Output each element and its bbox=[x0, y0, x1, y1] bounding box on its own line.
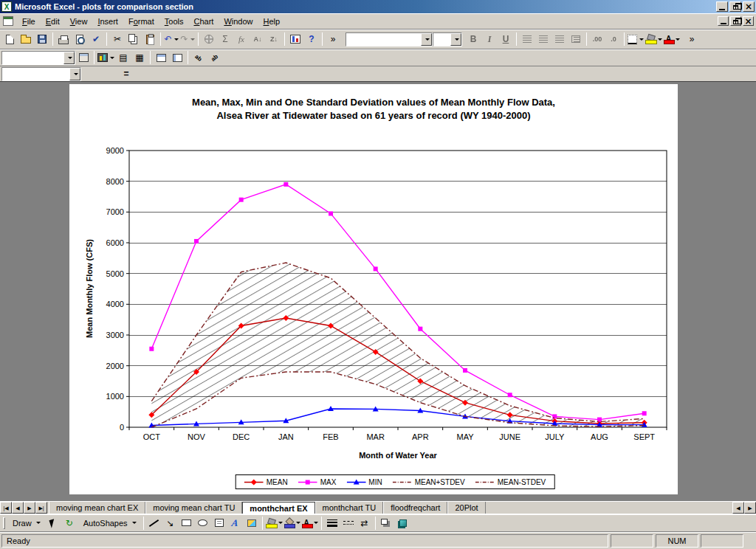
decrease-decimal-button[interactable]: .0 bbox=[605, 32, 622, 46]
chart-objects-dropdown-button[interactable] bbox=[63, 52, 75, 64]
paste-button[interactable] bbox=[142, 32, 158, 46]
align-right-button[interactable] bbox=[551, 32, 568, 46]
free-rotate-button[interactable]: ↻ bbox=[61, 516, 78, 531]
sheet-tab-moving-mean-chart-ex[interactable]: moving mean chart EX bbox=[49, 502, 145, 514]
menu-help[interactable]: Help bbox=[258, 14, 286, 29]
chart-sheet[interactable]: Mean, Max, Min and One Standard Deviatio… bbox=[69, 84, 678, 494]
insert-hyperlink-button[interactable] bbox=[201, 32, 217, 46]
menu-format[interactable]: Format bbox=[123, 14, 159, 29]
menu-chart[interactable]: Chart bbox=[188, 14, 219, 29]
tab-scroll-last-button[interactable]: ▶| bbox=[35, 502, 47, 514]
shadow-button[interactable] bbox=[378, 516, 394, 531]
font-size-combo[interactable] bbox=[433, 32, 462, 46]
menu-edit[interactable]: Edit bbox=[41, 14, 65, 29]
menu-tools[interactable]: Tools bbox=[159, 14, 189, 29]
menu-file[interactable]: File bbox=[17, 14, 41, 29]
arrow-button[interactable]: ↘ bbox=[162, 516, 179, 531]
font-size-dropdown-button[interactable] bbox=[450, 33, 461, 46]
chart-objects-combo[interactable] bbox=[1, 51, 75, 65]
draw-menu-button[interactable]: Draw bbox=[8, 516, 45, 531]
chart-type-button[interactable] bbox=[97, 50, 115, 65]
autoshapes-menu-button[interactable]: AutoShapes bbox=[79, 516, 141, 531]
increase-decimal-button[interactable]: .00 bbox=[589, 32, 605, 46]
close-window-button[interactable] bbox=[743, 16, 754, 26]
save-button[interactable] bbox=[34, 32, 50, 46]
print-preview-button[interactable] bbox=[72, 32, 88, 46]
tab-scroll-next-button[interactable]: ▶ bbox=[24, 502, 35, 514]
by-row-button[interactable] bbox=[153, 50, 169, 65]
merge-and-center-button[interactable] bbox=[568, 32, 584, 46]
font-name-combo[interactable] bbox=[346, 32, 433, 46]
sort-ascending-button[interactable]: A↓ bbox=[250, 32, 266, 46]
autosum-button[interactable]: Σ bbox=[217, 32, 233, 46]
borders-button[interactable] bbox=[627, 32, 645, 46]
legend-item-min[interactable]: MIN bbox=[341, 478, 387, 486]
redo-button[interactable]: ↷ bbox=[179, 32, 196, 46]
spelling-button[interactable]: ✔ bbox=[88, 32, 104, 46]
legend-item-mean-stdev[interactable]: MEAN+STDEV bbox=[388, 478, 470, 486]
legend-item-max[interactable]: MAX bbox=[293, 478, 342, 486]
help-button[interactable]: ? bbox=[303, 32, 320, 46]
edit-formula-button[interactable]: = bbox=[120, 68, 133, 80]
name-box-dropdown-button[interactable] bbox=[69, 68, 80, 80]
align-center-button[interactable] bbox=[535, 32, 551, 46]
oval-button[interactable] bbox=[195, 516, 211, 531]
fill-color-button[interactable] bbox=[265, 516, 284, 531]
insert-wordart-button[interactable] bbox=[227, 516, 244, 531]
undo-button[interactable]: ↶ bbox=[163, 32, 179, 46]
sort-descending-button[interactable]: Z↓ bbox=[266, 32, 282, 46]
legend-item-mean[interactable]: MEAN bbox=[239, 478, 293, 486]
restore-window-button[interactable] bbox=[730, 16, 741, 26]
arrow-style-button[interactable]: ⇄ bbox=[357, 516, 373, 531]
font-name-dropdown-button[interactable] bbox=[421, 33, 432, 46]
by-column-button[interactable] bbox=[169, 50, 185, 65]
name-box[interactable] bbox=[1, 67, 81, 81]
more-buttons-standard-button[interactable]: » bbox=[325, 32, 341, 46]
italic-button[interactable]: I bbox=[481, 32, 498, 46]
sheet-tab-20plot[interactable]: 20Plot bbox=[447, 502, 485, 514]
more-buttons-formatting-button[interactable]: » bbox=[684, 32, 700, 46]
align-left-button[interactable] bbox=[519, 32, 535, 46]
new-button[interactable] bbox=[1, 32, 18, 46]
line-color-button[interactable] bbox=[284, 516, 301, 531]
angle-text-downward-button[interactable] bbox=[190, 50, 207, 65]
minimize-button[interactable] bbox=[716, 1, 728, 12]
print-button[interactable] bbox=[55, 32, 72, 46]
bold-button[interactable]: B bbox=[465, 32, 481, 46]
data-table-toggle-button[interactable]: ▦ bbox=[131, 50, 148, 65]
cut-button[interactable]: ✂ bbox=[109, 32, 126, 46]
sheet-scroll-left-button[interactable]: ◀ bbox=[732, 502, 744, 514]
dash-style-button[interactable] bbox=[340, 516, 357, 531]
toolbar-grab-handle[interactable] bbox=[3, 517, 5, 529]
line-style-button[interactable] bbox=[324, 516, 340, 531]
restore-button[interactable] bbox=[729, 1, 741, 12]
open-button[interactable] bbox=[18, 32, 34, 46]
legend-toggle-button[interactable]: ▤ bbox=[115, 50, 131, 65]
minimize-window-button[interactable] bbox=[718, 16, 729, 26]
text-box-button[interactable] bbox=[211, 516, 227, 531]
fill-color-button[interactable] bbox=[645, 32, 663, 46]
sheet-tab-monthchart-ex[interactable]: monthchart EX bbox=[242, 502, 315, 514]
menu-window[interactable]: Window bbox=[219, 14, 258, 29]
sheet-tab-monthchart-tu[interactable]: monthchart TU bbox=[315, 502, 384, 514]
sheet-scroll-right-button[interactable]: ▶ bbox=[744, 502, 756, 514]
formula-input[interactable] bbox=[133, 68, 755, 80]
sheet-tab-floodfreqchart[interactable]: floodfreqchart bbox=[383, 502, 447, 514]
legend-item-mean-stdev[interactable]: MEAN-STDEV bbox=[470, 478, 551, 486]
copy-button[interactable] bbox=[126, 32, 142, 46]
menu-insert[interactable]: Insert bbox=[92, 14, 123, 29]
rectangle-button[interactable] bbox=[179, 516, 195, 531]
format-selected-object-button[interactable] bbox=[75, 50, 92, 65]
font-color-button[interactable] bbox=[663, 32, 681, 46]
chart-wizard-button[interactable] bbox=[287, 32, 303, 46]
insert-clip-art-button[interactable] bbox=[244, 516, 260, 531]
sheet-tab-moving-mean-chart-tu[interactable]: moving mean chart TU bbox=[145, 502, 242, 514]
line-button[interactable] bbox=[146, 516, 162, 531]
menu-view[interactable]: View bbox=[65, 14, 93, 29]
angle-text-upward-button[interactable] bbox=[207, 50, 223, 65]
paste-function-button[interactable]: fx bbox=[233, 32, 250, 46]
tab-scroll-first-button[interactable]: |◀ bbox=[0, 502, 12, 514]
underline-button[interactable]: U bbox=[498, 32, 514, 46]
font-color-button[interactable] bbox=[301, 516, 319, 531]
tab-scroll-prev-button[interactable]: ◀ bbox=[12, 502, 24, 514]
